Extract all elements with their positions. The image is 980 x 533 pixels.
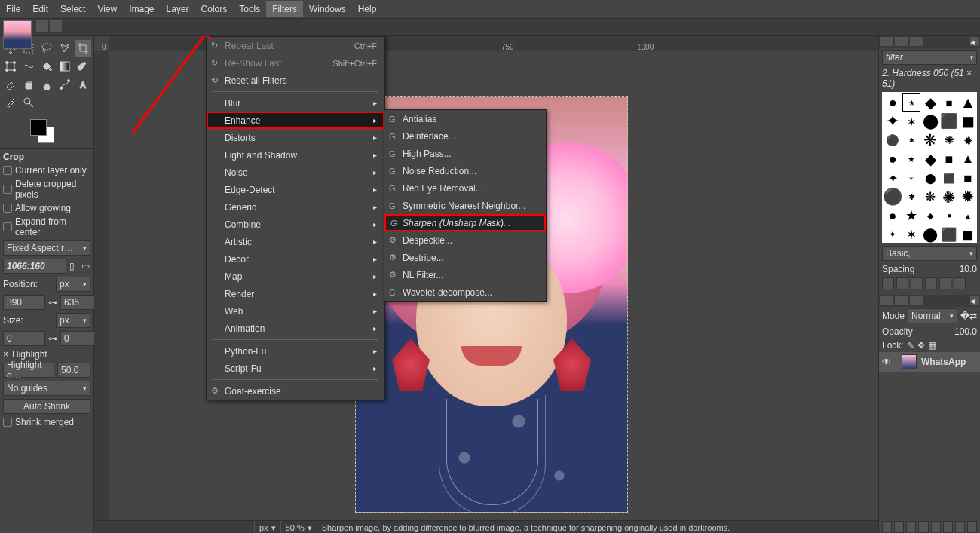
lock-pixels-icon[interactable]: ✎ (907, 340, 914, 351)
checkbox[interactable] (3, 222, 12, 231)
brush-cell[interactable]: ▲ (960, 94, 976, 111)
link-icon[interactable]: ⊶ (48, 295, 57, 310)
brushes-tab[interactable] (880, 37, 893, 46)
bucket-tool[interactable] (38, 58, 55, 75)
transform-tool[interactable] (2, 58, 19, 75)
brush-tool[interactable] (75, 58, 91, 75)
menu-view[interactable]: View (91, 1, 123, 17)
menu-tools[interactable]: Tools (233, 1, 266, 17)
brush-cell[interactable]: ● (884, 207, 901, 224)
position-x-input[interactable]: 390 (3, 295, 45, 310)
tab-close-icon[interactable] (36, 20, 48, 32)
checkbox[interactable] (3, 204, 12, 213)
menu-windows[interactable]: Windows (303, 1, 352, 17)
brush-cell[interactable]: ⬛ (941, 113, 957, 130)
submenu-item-red-eye-removal-[interactable]: GRed Eye Removal... (384, 179, 546, 197)
spacing-value[interactable]: 10.0 (960, 264, 977, 274)
brush-cell[interactable]: ★ (903, 151, 920, 167)
menu-item-goat-exercise[interactable]: ⚙Goat-exercise (207, 382, 384, 400)
brush-cell[interactable]: ⬤ (922, 226, 939, 243)
menu-item-edge-detect[interactable]: Edge-Detect▸ (207, 181, 384, 198)
close-icon[interactable]: × (3, 349, 9, 360)
menu-item-enhance[interactable]: Enhance▸ (207, 112, 384, 129)
switch-icon[interactable]: �⇄ (960, 311, 977, 321)
menu-colors[interactable]: Colors (195, 1, 234, 17)
brush-cell[interactable]: ⚫ (884, 188, 901, 205)
auto-shrink-button[interactable]: Auto Shrink (3, 399, 90, 414)
channels-tab[interactable] (895, 296, 908, 305)
brush-cell[interactable]: ● (884, 94, 901, 111)
menu-item-light-and-shadow[interactable]: Light and Shadow▸ (207, 146, 384, 164)
submenu-item-antialias[interactable]: GAntialias (384, 110, 546, 127)
submenu-item-noise-reduction-[interactable]: GNoise Reduction... (384, 162, 546, 179)
shrink-merged-checkbox[interactable] (3, 418, 12, 427)
brush-cell[interactable]: ✱ (903, 188, 920, 205)
brush-cell[interactable]: ◼ (960, 113, 976, 130)
open-brush-icon[interactable] (954, 277, 966, 289)
brush-cell[interactable]: ◼ (960, 170, 976, 186)
fg-color[interactable] (30, 119, 47, 136)
brush-cell[interactable]: ❋ (922, 132, 939, 149)
document-thumbnail[interactable] (3, 20, 32, 49)
menu-item-distorts[interactable]: Distorts▸ (207, 129, 384, 146)
link-icon[interactable]: ⊶ (48, 331, 57, 346)
menu-edit[interactable]: Edit (26, 1, 54, 17)
color-swatch[interactable] (30, 119, 60, 142)
refresh-brush-icon[interactable] (939, 277, 951, 289)
menu-item-render[interactable]: Render▸ (207, 285, 384, 302)
aspect-mode-select[interactable]: Fixed Aspect r…▾ (3, 240, 90, 256)
brush-cell[interactable]: ◆ (922, 94, 939, 111)
brush-preset-select[interactable]: Basic,▾ (882, 246, 977, 261)
brush-cell[interactable]: ✺ (941, 132, 957, 149)
fuzzy-select-tool[interactable] (57, 40, 73, 57)
brush-cell[interactable]: ❋ (922, 188, 939, 205)
brush-cell[interactable]: ✹ (960, 132, 976, 149)
submenu-item-sharpen-unsharp-mask-[interactable]: GSharpen (Unsharp Mask)... (384, 214, 546, 231)
menu-item-reset-all-filters[interactable]: ⟲Reset all Filters (207, 72, 384, 89)
brush-cell[interactable]: ◆ (922, 151, 939, 167)
guides-select[interactable]: No guides▾ (3, 381, 90, 396)
merge-layer-icon[interactable] (943, 521, 953, 533)
brush-cell[interactable]: ✶ (903, 226, 920, 243)
brush-cell[interactable]: ✹ (960, 188, 976, 205)
menu-item-animation[interactable]: Animation▸ (207, 320, 384, 337)
brush-cell[interactable]: ✺ (941, 188, 957, 205)
submenu-item-symmetric-nearest-neighbor-[interactable]: GSymmetric Nearest Neighbor... (384, 197, 546, 214)
layer-name[interactable]: WhatsApp (921, 357, 966, 367)
menu-image[interactable]: Image (123, 1, 160, 17)
dup-layer-icon[interactable] (931, 521, 941, 533)
opacity-value[interactable]: 100.0 (954, 326, 977, 337)
menu-help[interactable]: Help (352, 1, 383, 17)
new-layer-icon[interactable] (882, 521, 892, 533)
brush-cell[interactable]: ★ (903, 94, 920, 111)
checkbox[interactable] (3, 185, 12, 194)
position-unit-select[interactable]: px▾ (56, 277, 90, 292)
brush-cell[interactable]: ✦ (884, 226, 901, 243)
lower-layer-icon[interactable] (918, 521, 928, 533)
text-tool[interactable] (75, 76, 91, 93)
dock-menu-icon[interactable]: ◂ (970, 37, 979, 46)
color-picker-tool[interactable] (2, 94, 19, 111)
menu-item-decor[interactable]: Decor▸ (207, 250, 384, 268)
submenu-item-wavelet-decompose-[interactable]: GWavelet-decompose... (384, 283, 546, 301)
menu-item-blur[interactable]: Blur▸ (207, 94, 384, 112)
brush-cell[interactable]: ★ (903, 207, 920, 224)
layer-group-icon[interactable] (894, 521, 904, 533)
crop-tool[interactable] (75, 40, 91, 57)
menu-item-web[interactable]: Web▸ (207, 302, 384, 320)
menu-item-python-fu[interactable]: Python-Fu▸ (207, 342, 384, 360)
new-brush-icon[interactable] (896, 277, 908, 289)
gradient-tool[interactable] (57, 58, 73, 75)
submenu-item-high-pass-[interactable]: GHigh Pass... (384, 145, 546, 162)
eraser-tool[interactable] (2, 76, 19, 93)
edit-brush-icon[interactable] (882, 277, 894, 289)
raise-layer-icon[interactable] (906, 521, 916, 533)
brush-cell[interactable]: ■ (941, 151, 957, 167)
lasso-tool[interactable] (38, 40, 55, 57)
smudge-tool[interactable] (38, 76, 55, 93)
brush-cell[interactable]: ⬤ (922, 113, 939, 130)
size-unit-select[interactable]: px▾ (56, 313, 90, 328)
submenu-item-destripe-[interactable]: ⚙Destripe... (384, 249, 546, 266)
path-tool[interactable] (57, 76, 73, 93)
landscape-icon[interactable]: ▭ (81, 261, 90, 271)
